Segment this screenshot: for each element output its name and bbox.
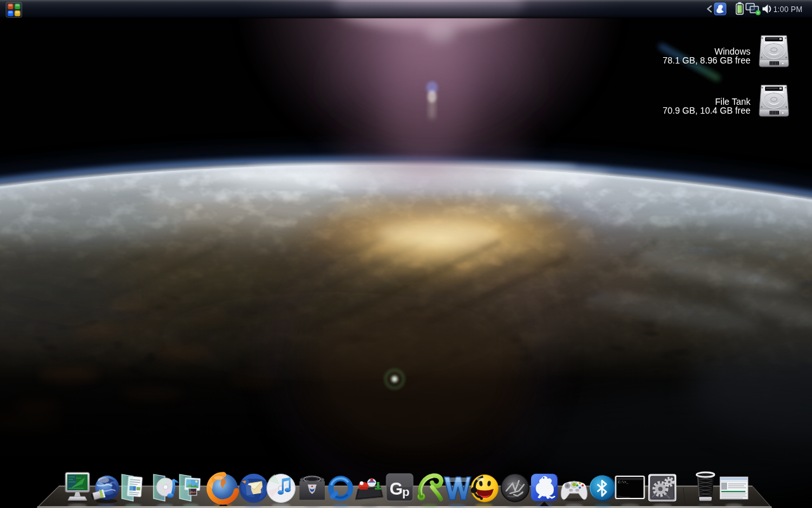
svg-text:C:\>_: C:\>_ (618, 480, 629, 485)
svg-text:p: p (402, 485, 410, 498)
svg-text:G: G (390, 479, 403, 498)
